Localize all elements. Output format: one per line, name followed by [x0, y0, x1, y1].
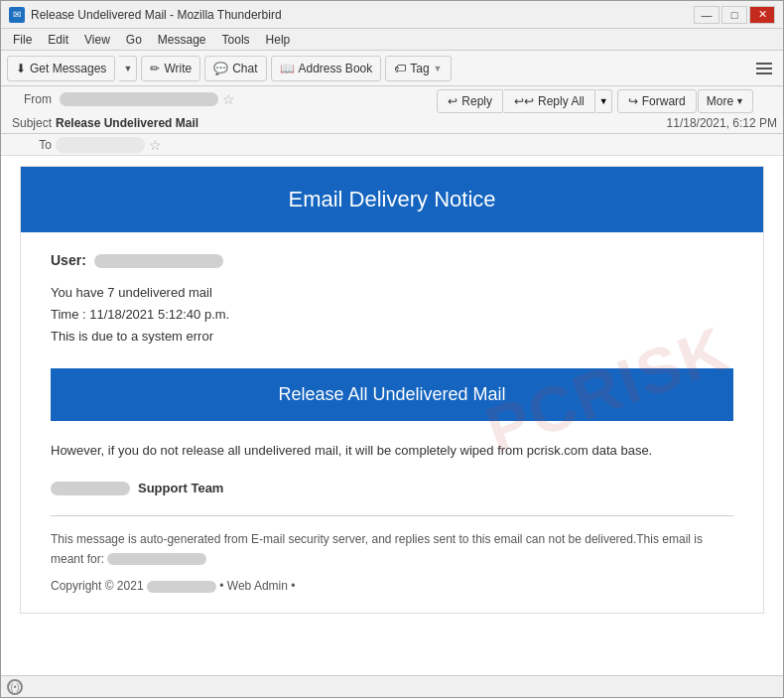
to-row: To ☆: [1, 134, 783, 156]
support-logo-redacted: [51, 482, 130, 495]
support-row: Support Team: [51, 481, 733, 495]
from-value-redacted: [60, 92, 218, 106]
toolbar: ⬇ Get Messages ▼ ✏ Write 💬 Chat 📖 Addres…: [1, 51, 783, 86]
menu-edit[interactable]: Edit: [40, 31, 76, 49]
menu-help[interactable]: Help: [258, 31, 299, 49]
forward-icon: ↪: [628, 94, 638, 108]
from-star-icon[interactable]: ☆: [222, 91, 235, 107]
release-button[interactable]: Release All Undelivered Mail: [51, 368, 733, 421]
email-date: 11/18/2021, 6:12 PM: [667, 116, 777, 130]
hamburger-line-2: [756, 68, 772, 70]
email-divider: [51, 515, 733, 516]
tag-button[interactable]: 🏷 Tag ▼: [385, 56, 451, 81]
statusbar: ((•)): [1, 675, 783, 697]
window-controls: — □ ✕: [694, 6, 775, 24]
message-area[interactable]: PCRISK Email Delivery Notice User: You h…: [1, 156, 783, 675]
menu-tools[interactable]: Tools: [214, 31, 258, 49]
menu-go[interactable]: Go: [118, 31, 150, 49]
user-label-text: User:: [51, 252, 86, 268]
user-line: User:: [51, 252, 733, 268]
message-text: You have 7 undelivered mail Time : 11/18…: [51, 282, 733, 348]
subject-row: Subject Release Undelivered Mail 11/18/2…: [1, 112, 783, 134]
reply-all-button[interactable]: ↩↩ Reply All: [504, 89, 595, 113]
to-value-redacted: [56, 137, 145, 153]
get-messages-dropdown[interactable]: ▼: [119, 56, 137, 81]
email-header-section: From ☆ ↩ Reply ↩↩ Reply All ▼ ↪ Forward …: [1, 86, 783, 156]
more-button[interactable]: More ▼: [698, 89, 753, 113]
get-messages-button[interactable]: ⬇ Get Messages: [7, 56, 115, 81]
subject-label: Subject: [7, 116, 52, 130]
email-container: PCRISK Email Delivery Notice User: You h…: [20, 166, 764, 614]
copyright-name-redacted: [147, 581, 216, 593]
to-star-icon[interactable]: ☆: [149, 137, 162, 153]
address-book-button[interactable]: 📖 Address Book: [271, 56, 382, 81]
main-window: ✉ Release Undelivered Mail - Mozilla Thu…: [0, 0, 784, 698]
more-dropdown-arrow: ▼: [735, 96, 744, 106]
subject-value: Release Undelivered Mail: [56, 116, 667, 130]
close-button[interactable]: ✕: [749, 6, 775, 24]
warning-text: However, if you do not release all undel…: [51, 441, 733, 462]
chat-button[interactable]: 💬 Chat: [204, 56, 266, 81]
copyright-text: Copyright © 2021 • Web Admin •: [51, 579, 733, 593]
titlebar: ✉ Release Undelivered Mail - Mozilla Thu…: [1, 1, 783, 29]
email-banner: Email Delivery Notice: [21, 167, 763, 232]
menu-view[interactable]: View: [76, 31, 118, 49]
reply-all-icon: ↩↩: [514, 94, 534, 108]
from-label: From: [7, 92, 52, 106]
reply-button[interactable]: ↩ Reply: [437, 89, 503, 113]
hamburger-line-1: [756, 63, 772, 65]
user-value-redacted: [94, 254, 223, 268]
chat-icon: 💬: [213, 62, 228, 75]
tag-dropdown-arrow: ▼: [434, 64, 443, 73]
menubar: File Edit View Go Message Tools Help: [1, 29, 783, 51]
action-buttons: ↩ Reply ↩↩ Reply All ▼ ↪ Forward More ▼: [437, 89, 753, 113]
support-text: Support Team: [138, 481, 223, 495]
maximize-button[interactable]: □: [721, 6, 747, 24]
address-book-icon: 📖: [280, 62, 295, 75]
menu-message[interactable]: Message: [150, 31, 214, 49]
forward-button[interactable]: ↪ Forward: [617, 89, 697, 113]
email-body: User: You have 7 undelivered mail Time :…: [21, 232, 763, 613]
footer-email-redacted: [107, 553, 206, 565]
hamburger-menu[interactable]: [751, 56, 777, 81]
window-title: Release Undelivered Mail - Mozilla Thund…: [31, 8, 694, 22]
banner-title: Email Delivery Notice: [51, 187, 733, 212]
reply-all-dropdown[interactable]: ▼: [596, 89, 612, 113]
app-icon: ✉: [9, 7, 25, 23]
hamburger-line-3: [756, 72, 772, 74]
message-line-1: You have 7 undelivered mail: [51, 282, 733, 304]
to-label: To: [7, 138, 52, 152]
write-icon: ✏: [150, 62, 160, 75]
message-line-3: This is due to a system error: [51, 326, 733, 348]
message-line-2: Time : 11/18/2021 5:12:40 p.m.: [51, 304, 733, 326]
tag-icon: 🏷: [394, 62, 406, 75]
menu-file[interactable]: File: [5, 31, 40, 49]
reply-icon: ↩: [448, 94, 457, 108]
footer-text: This message is auto-generated from E-ma…: [51, 530, 733, 568]
get-messages-icon: ⬇: [16, 62, 26, 75]
write-button[interactable]: ✏ Write: [141, 56, 200, 81]
connection-icon: ((•)): [7, 679, 23, 695]
minimize-button[interactable]: —: [694, 6, 719, 24]
